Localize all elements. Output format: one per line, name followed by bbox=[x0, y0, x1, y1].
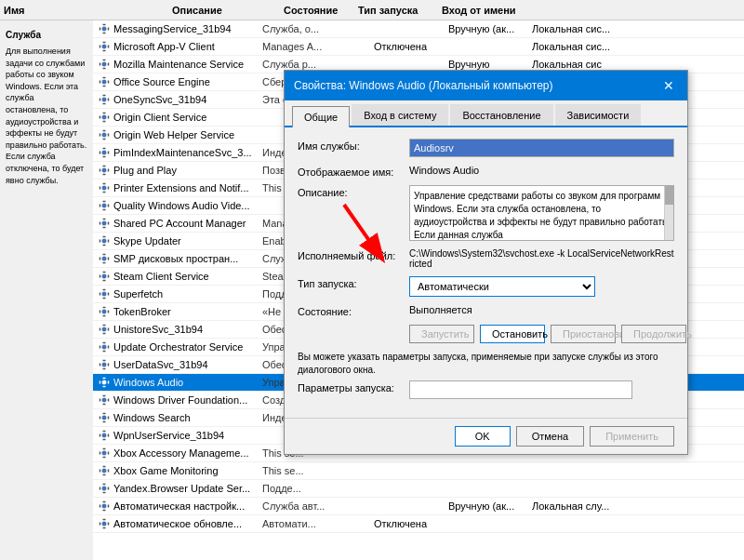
tab-recovery[interactable]: Восстановление bbox=[450, 104, 552, 126]
dialog-close-button[interactable]: ✕ bbox=[659, 76, 678, 95]
description-text: Управление средствами работы со звуком д… bbox=[414, 191, 670, 240]
description-field: Описание: Управление средствами работы с… bbox=[298, 185, 674, 241]
dialog-tabs: Общие Вход в систему Восстановление Зави… bbox=[285, 100, 687, 127]
start-button[interactable]: Запустить bbox=[409, 325, 474, 343]
exec-path-label: Исполняемый файл: bbox=[298, 248, 409, 261]
startup-type-wrapper: Автоматически Вручную Отключена bbox=[409, 276, 674, 297]
dialog-title: Свойства: Windows Audio (Локальный компь… bbox=[294, 79, 553, 92]
startup-type-field: Тип запуска: Автоматически Вручную Отклю… bbox=[298, 276, 674, 297]
params-label: Параметры запуска: bbox=[298, 380, 409, 393]
tab-general[interactable]: Общие bbox=[292, 106, 350, 127]
dialog-overlay: Свойства: Windows Audio (Локальный компь… bbox=[0, 0, 744, 560]
startup-type-select[interactable]: Автоматически Вручную Отключена bbox=[409, 276, 595, 297]
service-name-input[interactable] bbox=[409, 139, 674, 157]
tab-dependencies[interactable]: Зависимости bbox=[555, 104, 642, 126]
description-label: Описание: bbox=[298, 185, 409, 198]
status-value: Выполняется bbox=[409, 304, 472, 315]
exec-path-value: C:\Windows\System32\svchost.exe -k Local… bbox=[409, 248, 674, 269]
tab-logon[interactable]: Вход в систему bbox=[352, 104, 448, 126]
pause-button[interactable]: Приостановить bbox=[551, 325, 616, 343]
stop-button[interactable]: Остановить bbox=[480, 325, 545, 343]
exec-path-field: Исполняемый файл: C:\Windows\System32\sv… bbox=[298, 248, 674, 269]
display-name-field: Отображаемое имя: Windows Audio bbox=[298, 165, 674, 178]
status-section: Состояние: Выполняется Запустить Останов… bbox=[298, 304, 674, 343]
ok-button[interactable]: OK bbox=[455, 426, 511, 447]
apply-button[interactable]: Применить bbox=[590, 426, 674, 447]
properties-dialog: Свойства: Windows Audio (Локальный компь… bbox=[284, 70, 688, 455]
params-hint: Вы можете указать параметры запуска, при… bbox=[298, 351, 674, 377]
display-name-label: Отображаемое имя: bbox=[298, 165, 409, 178]
cancel-button[interactable]: Отмена bbox=[516, 426, 584, 447]
dialog-footer: OK Отмена Применить bbox=[285, 418, 687, 454]
display-name-value: Windows Audio bbox=[409, 165, 674, 176]
status-label: Состояние: bbox=[298, 304, 409, 317]
params-field: Параметры запуска: bbox=[298, 380, 674, 399]
service-name-label: Имя службы: bbox=[298, 139, 409, 152]
service-control-buttons: Запустить Остановить Приостановить Продо… bbox=[409, 325, 674, 343]
startup-type-label: Тип запуска: bbox=[298, 276, 409, 289]
service-name-field: Имя службы: bbox=[298, 139, 674, 157]
description-box: Управление средствами работы со звуком д… bbox=[409, 185, 674, 241]
dialog-content: Имя службы: Отображаемое имя: Windows Au… bbox=[285, 127, 687, 418]
resume-button[interactable]: Продолжить bbox=[621, 325, 686, 343]
status-field: Состояние: Выполняется bbox=[298, 304, 674, 317]
params-input[interactable] bbox=[409, 380, 632, 399]
dialog-titlebar: Свойства: Windows Audio (Локальный компь… bbox=[285, 71, 687, 100]
